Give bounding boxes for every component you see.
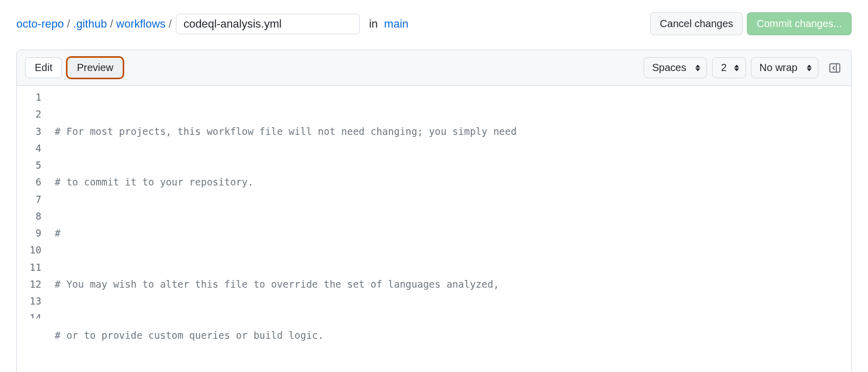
line-number: 9: [17, 225, 41, 242]
breadcrumb-separator: /: [110, 17, 113, 31]
code-line: # or to provide custom queries or build …: [55, 330, 324, 341]
code-line: # to commit it to your repository.: [55, 176, 254, 188]
line-number: 4: [17, 140, 41, 157]
wrap-mode-value: No wrap: [760, 62, 797, 74]
breadcrumb-workflows-link[interactable]: workflows: [116, 17, 166, 31]
branch-indicator: in main: [369, 17, 408, 31]
line-number: 10: [17, 242, 41, 259]
breadcrumb-github-link[interactable]: .github: [73, 17, 107, 31]
line-number: 7: [17, 191, 41, 208]
code-line: #: [55, 227, 60, 239]
indent-size-value: 2: [721, 62, 726, 74]
tab-edit[interactable]: Edit: [25, 57, 62, 78]
breadcrumb: octo-repo / .github / workflows /: [16, 17, 172, 31]
code-line: # For most projects, this workflow file …: [55, 126, 517, 137]
line-number: 8: [17, 208, 41, 225]
commit-changes-button[interactable]: Commit changes...: [747, 12, 852, 35]
side-panel-toggle-icon[interactable]: [827, 60, 843, 76]
editor-panel: Edit Preview Spaces 2 No wrap: [16, 50, 852, 372]
editor-toolbar: Edit Preview Spaces 2 No wrap: [17, 50, 851, 86]
branch-link[interactable]: main: [384, 17, 408, 30]
line-number: 13: [17, 293, 41, 310]
line-number: 11: [17, 259, 41, 276]
line-number: 5: [17, 157, 41, 174]
line-number-gutter: 1234567891011121314: [17, 89, 50, 372]
breadcrumb-repo-link[interactable]: octo-repo: [16, 17, 64, 31]
line-number: 6: [17, 174, 41, 191]
indent-mode-select[interactable]: Spaces: [644, 57, 707, 78]
line-number: 1: [17, 89, 41, 106]
filename-input[interactable]: [176, 14, 360, 34]
line-number: 2: [17, 106, 41, 123]
branch-in-label: in: [369, 17, 378, 30]
chevron-updown-icon: [695, 64, 700, 71]
breadcrumb-separator: /: [169, 17, 172, 31]
line-number: 14: [17, 310, 41, 318]
wrap-mode-select[interactable]: No wrap: [751, 57, 818, 78]
chevron-updown-icon: [807, 64, 812, 71]
indent-mode-value: Spaces: [652, 62, 687, 74]
chevron-updown-icon: [734, 64, 739, 71]
line-number: 3: [17, 123, 41, 140]
code-content: # For most projects, this workflow file …: [50, 89, 851, 372]
code-line: # You may wish to alter this file to ove…: [55, 278, 499, 290]
breadcrumb-separator: /: [67, 17, 70, 31]
tab-preview[interactable]: Preview: [67, 57, 123, 78]
svg-rect-0: [830, 63, 840, 72]
code-editor[interactable]: 1234567891011121314 # For most projects,…: [17, 86, 851, 372]
line-number: 12: [17, 276, 41, 293]
cancel-changes-button[interactable]: Cancel changes: [650, 12, 743, 35]
indent-size-select[interactable]: 2: [712, 57, 745, 78]
